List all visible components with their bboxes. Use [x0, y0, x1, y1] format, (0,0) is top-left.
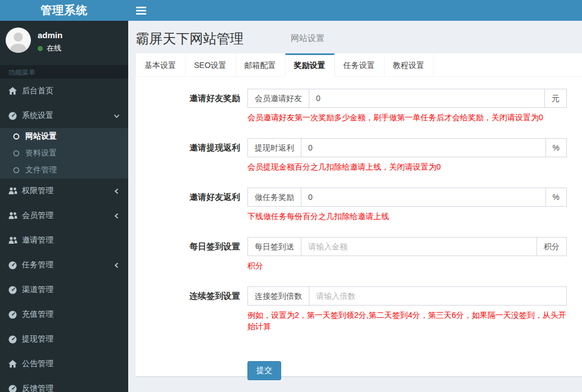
sidebar-subitem-profile-settings[interactable]: 资料设置	[0, 145, 128, 162]
app-logo: 管理系统	[0, 0, 128, 21]
dashboard-icon	[8, 385, 17, 392]
chevron-down-icon	[114, 113, 120, 119]
sidebar: admin 在线 功能菜单 后台首页 系统设置 网站设置	[0, 21, 128, 392]
home-icon	[8, 87, 17, 95]
form-row-invite-friend-reward: 邀请好友奖励 会员邀请好友 元 会员邀请好友第一次奖励多少金额，刷手做第一单任务…	[136, 89, 582, 123]
sidebar-item-member[interactable]: 会员管理	[0, 203, 128, 228]
settings-tabs: 基本设置 SEO设置 邮箱配置 奖励设置 任务设置 教程设置	[136, 53, 582, 77]
sidebar-item-label: 充值管理	[22, 309, 53, 320]
input-addon-label: 提现时返利	[247, 138, 301, 157]
invite-withdraw-rebate-input[interactable]	[301, 138, 546, 157]
invite-friend-reward-input[interactable]	[309, 89, 545, 108]
reward-settings-form: 邀请好友奖励 会员邀请好友 元 会员邀请好友第一次奖励多少金额，刷手做第一单任务…	[136, 77, 582, 380]
form-row-invite-task-rebate: 邀请好友返利 做任务奖励 % 下线做任务每份百分之几扣除给邀请上线	[136, 188, 582, 222]
field-help-text: 会员邀请好友第一次奖励多少金额，刷手做第一单任务后才会给奖励，关闭请设置为0	[247, 112, 567, 123]
sidebar-item-channel[interactable]: 渠道管理	[0, 277, 128, 302]
user-status: 在线	[38, 43, 62, 53]
field-label: 每日签到设置	[136, 237, 247, 271]
sidebar-item-task[interactable]: 任务管理	[0, 253, 128, 277]
sidebar-subitem-file-management[interactable]: 文件管理	[0, 162, 128, 179]
input-group: 做任务奖励 %	[247, 188, 567, 207]
input-addon-label: 做任务奖励	[247, 188, 301, 207]
sidebar-item-label: 公告管理	[22, 359, 53, 369]
field-help-text: 下线做任务每份百分之几扣除给邀请上线	[247, 211, 567, 222]
sidebar-item-label: 任务管理	[22, 260, 53, 270]
field-help-text: 例如，设置为2，第一天签到领2分,第二天签到4分，第三天6分，如果隔一天没签到，…	[247, 309, 567, 332]
continuous-signin-input[interactable]	[309, 286, 567, 306]
sidebar-toggle-button[interactable]	[128, 0, 154, 21]
sidebar-menu: 后台首页 系统设置 网站设置 资料设置 文件管理	[0, 79, 128, 392]
tab-reward-settings[interactable]: 奖励设置	[285, 53, 335, 77]
input-group: 每日签到送 积分	[247, 237, 567, 256]
form-row-continuous-signin: 连续签到设置 连接签到倍数 例如，设置为2，第一天签到领2分,第二天签到4分，第…	[136, 286, 582, 332]
users-icon	[8, 187, 17, 195]
dashboard-icon	[8, 286, 17, 294]
tab-mail-config[interactable]: 邮箱配置	[236, 53, 285, 77]
sidebar-item-invite[interactable]: 邀请管理	[0, 228, 128, 253]
field-help-text: 会员提现金额百分之几扣除给邀请上线，关闭请设置为0	[247, 161, 567, 172]
sidebar-subitem-label: 网站设置	[25, 131, 57, 142]
sidebar-item-label: 提现管理	[22, 334, 53, 344]
sidebar-item-recharge[interactable]: 充值管理	[0, 302, 128, 327]
field-label: 连续签到设置	[136, 286, 247, 332]
sidebar-subitem-label: 文件管理	[25, 165, 57, 175]
sidebar-item-home[interactable]: 后台首页	[0, 79, 128, 103]
user-avatar-icon	[6, 28, 31, 53]
field-label: 邀请好友奖励	[136, 89, 247, 123]
tab-task-settings[interactable]: 任务设置	[335, 53, 384, 77]
sidebar-item-label: 权限管理	[22, 186, 53, 196]
top-navbar: 管理系统	[0, 0, 582, 21]
dashboard-icon	[8, 112, 17, 120]
input-addon-unit: %	[546, 138, 567, 157]
input-group: 提现时返利 %	[247, 138, 567, 157]
sidebar-item-system-settings[interactable]: 系统设置	[0, 103, 128, 128]
input-group: 会员邀请好友 元	[247, 89, 567, 108]
sidebar-item-withdraw[interactable]: 提现管理	[0, 327, 128, 352]
users-icon	[8, 212, 17, 220]
sidebar-subitem-site-settings[interactable]: 网站设置	[0, 128, 128, 145]
avatar	[6, 28, 31, 53]
sidebar-item-label: 反馈管理	[22, 384, 53, 392]
input-addon-unit: 元	[545, 89, 567, 108]
dashboard-icon	[8, 335, 17, 344]
chevron-left-icon	[114, 188, 120, 194]
user-name: admin	[38, 30, 62, 40]
tab-basic-settings[interactable]: 基本设置	[136, 53, 185, 77]
form-row-daily-signin: 每日签到设置 每日签到送 积分 积分	[136, 237, 582, 271]
bars-icon	[136, 7, 146, 15]
content-wrapper: 霸屏天下网站管理 网站设置 基本设置 SEO设置 邮箱配置 奖励设置 任务设置 …	[128, 21, 582, 392]
submit-button[interactable]: 提交	[247, 361, 281, 380]
sidebar-item-announcement[interactable]: 公告管理	[0, 352, 128, 376]
system-settings-submenu: 网站设置 资料设置 文件管理	[0, 128, 128, 179]
input-addon-unit: %	[546, 188, 567, 207]
input-group: 连接签到倍数	[247, 286, 567, 306]
field-label: 邀请提现返利	[136, 138, 247, 172]
online-status-icon	[38, 46, 43, 51]
daily-signin-input[interactable]	[301, 237, 537, 256]
input-addon-label: 会员邀请好友	[247, 89, 309, 108]
user-panel: admin 在线	[0, 21, 128, 65]
navbar	[128, 0, 582, 21]
tab-tutorial-settings[interactable]: 教程设置	[384, 53, 434, 77]
field-label: 邀请好友返利	[136, 188, 247, 222]
sidebar-item-feedback[interactable]: 反馈管理	[0, 376, 128, 392]
chevron-left-icon	[114, 262, 120, 268]
users-icon	[8, 236, 17, 244]
sidebar-item-label: 邀请管理	[22, 235, 53, 245]
circle-o-icon	[13, 150, 20, 157]
circle-o-icon	[13, 167, 20, 174]
form-row-invite-withdraw-rebate: 邀请提现返利 提现时返利 % 会员提现金额百分之几扣除给邀请上线，关闭请设置为0	[136, 138, 582, 172]
sidebar-item-label: 后台首页	[22, 86, 53, 96]
sidebar-item-label: 渠道管理	[22, 285, 53, 295]
invite-task-rebate-input[interactable]	[301, 188, 546, 207]
sidebar-item-label: 系统设置	[22, 111, 53, 121]
tab-seo-settings[interactable]: SEO设置	[185, 53, 236, 77]
input-addon-label: 每日签到送	[247, 237, 301, 256]
breadcrumb: 网站设置	[291, 33, 324, 44]
content-header: 霸屏天下网站管理 网站设置	[128, 21, 582, 53]
home-icon	[8, 360, 17, 368]
settings-panel: 基本设置 SEO设置 邮箱配置 奖励设置 任务设置 教程设置 邀请好友奖励 会员…	[136, 53, 582, 376]
input-addon-label: 连接签到倍数	[247, 286, 309, 306]
field-help-text: 积分	[247, 260, 567, 271]
sidebar-item-permission[interactable]: 权限管理	[0, 179, 128, 203]
